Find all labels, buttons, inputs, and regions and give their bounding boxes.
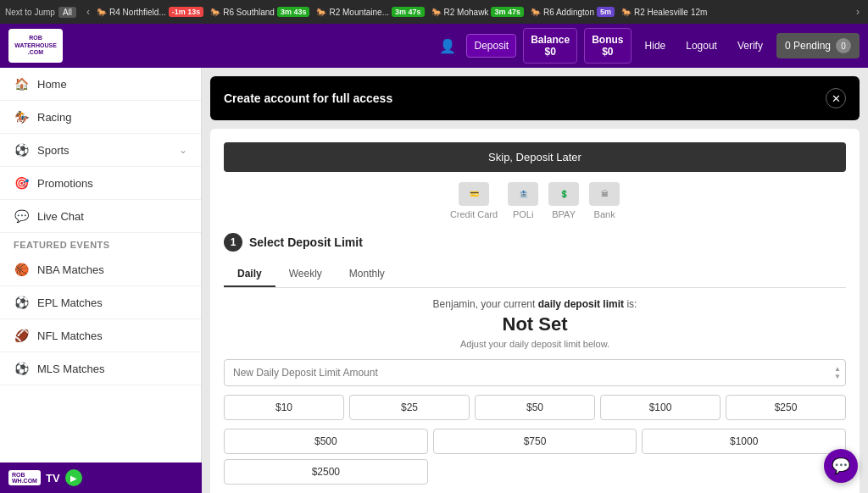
tab-daily[interactable]: Daily [224,262,275,287]
ticker-time-badge: 3m 47s [392,7,425,17]
limit-adjust-text: Adjust your daily deposit limit below. [224,339,846,349]
pending-badge: 0 Pending 0 [776,33,860,58]
sidebar: 🏠 Home 🏇 Racing ⚽ Sports ⌄🎯 Promotions 💬… [0,68,202,493]
ticker-time-badge: 5m [597,7,615,17]
ticker-time-badge: 3m 47s [491,7,524,17]
deposit-button[interactable]: Deposit [466,34,516,58]
payment-methods: 💳 Credit Card🏦 POLi💲 BPAY🏛 Bank [224,182,846,219]
tv-label: TV [46,472,60,485]
ticker-all-btn[interactable]: All [58,7,76,18]
amount-down-arrow[interactable]: ▼ [834,374,841,380]
sports-icon: ⚽ [14,142,29,158]
ticker-time: 12m [691,8,707,17]
sidebar-item-nfl[interactable]: 🏈 NFL Matches [0,319,201,352]
ticker-item[interactable]: 🐎 R2 Mohawk 3m 47s [431,7,524,17]
amount-btn-1000[interactable]: $1000 [642,429,846,454]
payment-method-label: POLi [513,209,533,219]
ticker-item[interactable]: 🐎 R4 Northfield... -1m 13s [97,7,203,17]
tab-monthly[interactable]: Monthly [336,262,398,287]
section1-number: 1 [224,233,242,252]
poli-icon: 🏦 [508,182,538,206]
payment-method-poli[interactable]: 🏦 POLi [508,182,538,219]
amount-btn-250[interactable]: $250 [726,395,846,420]
sidebar-item-label: EPL Matches [37,296,103,309]
ticker-time-badge: -1m 13s [169,7,204,17]
horse-icon: 🐎 [316,8,326,17]
chat-icon: 💬 [832,457,850,475]
ticker-items: 🐎 R4 Northfield... -1m 13s🐎 R6 Southland… [97,7,849,17]
ticker-bar: Next to Jump All ‹ 🐎 R4 Northfield... -1… [0,0,868,24]
sidebar-item-home[interactable]: 🏠 Home [0,68,201,101]
bonus-amount: $0 [602,46,613,58]
tv-play-button[interactable]: ▶ [65,469,82,486]
amount-btn-50[interactable]: $50 [475,395,595,420]
chat-bubble-button[interactable]: 💬 [824,449,858,483]
amount-up-arrow[interactable]: ▲ [834,366,841,373]
bonus-label: Bonus [592,34,623,46]
ticker-time-badge: 3m 43s [277,7,310,17]
payment-method-bank[interactable]: 🏛 Bank [589,182,620,219]
logo-text: ROBWATERHOUSE.COM [14,35,57,56]
amount-grid-row1: $10$25$50$100$250 [224,395,846,420]
ticker-race: R2 Mohawk [444,8,489,17]
ticker-prev-arrow[interactable]: ‹ [83,6,93,18]
pending-label: 0 Pending [785,40,831,52]
logo: ROBWATERHOUSE.COM [8,29,63,63]
epl-icon: ⚽ [14,295,29,310]
account-creation-panel: Create account for full access ✕ [210,76,860,120]
amount-btn-500[interactable]: $500 [224,429,428,454]
horse-icon: 🐎 [210,8,220,17]
user-icon[interactable]: 👤 [436,35,459,58]
payment-method-bpay[interactable]: 💲 BPAY [548,182,579,219]
limit-input-wrap: ▲ ▼ [224,359,846,386]
sidebar-item-racing[interactable]: 🏇 Racing [0,101,201,134]
sidebar-item-mls[interactable]: ⚽ MLS Matches [0,352,201,385]
mls-icon: ⚽ [14,361,29,376]
amount-btn-100[interactable]: $100 [600,395,721,420]
ticker-item[interactable]: 🐎 R2 Mountaine... 3m 47s [316,7,424,17]
limit-input-arrows: ▲ ▼ [834,366,841,380]
amount-btn-750[interactable]: $750 [433,429,637,454]
home-icon: 🏠 [14,76,29,91]
hide-button[interactable]: Hide [638,35,673,57]
section1-title: Select Deposit Limit [249,235,363,249]
ticker-race: R6 Southland [223,8,275,17]
horse-icon: 🐎 [531,8,541,17]
sidebar-item-promotions[interactable]: 🎯 Promotions [0,167,201,200]
ticker-item[interactable]: 🐎 R6 Southland 3m 43s [210,7,309,17]
amount-btn-10[interactable]: $10 [224,395,344,420]
payment-method-credit-card[interactable]: 💳 Credit Card [450,182,498,219]
logout-button[interactable]: Logout [679,35,724,57]
payment-method-label: Credit Card [450,209,498,219]
sidebar-item-nba[interactable]: 🏀 NBA Matches [0,253,201,286]
ticker-next-arrow[interactable]: › [853,6,863,18]
sidebar-item-live-chat[interactable]: 💬 Live Chat [0,200,201,233]
payment-method-label: Bank [594,209,615,219]
featured-events-label: Featured Events [0,233,201,253]
limit-input[interactable] [224,359,846,386]
limit-current-text: Benjamin, your current daily deposit lim… [224,298,846,310]
amount-btn-25[interactable]: $25 [349,395,470,420]
sidebar-item-sports[interactable]: ⚽ Sports ⌄ [0,134,201,167]
limit-info: Benjamin, your current daily deposit lim… [224,298,846,349]
section1-header: 1 Select Deposit Limit [224,233,846,252]
sidebar-item-label: Sports [37,144,70,157]
racing-icon: 🏇 [14,109,29,125]
bonus-button[interactable]: Bonus $0 [584,28,631,64]
nfl-icon: 🏈 [14,328,29,343]
close-panel-button[interactable]: ✕ [826,88,846,108]
ticker-item[interactable]: 🐎 R6 Addington 5m [531,7,615,17]
ticker-race: R2 Mountaine... [329,8,389,17]
sidebar-item-label: MLS Matches [37,363,104,375]
sidebar-item-epl[interactable]: ⚽ EPL Matches [0,286,201,319]
skip-deposit-button[interactable]: Skip, Deposit Later [224,142,846,172]
content-area: Create account for full access ✕ Skip, D… [202,68,868,493]
ticker-item[interactable]: 🐎 R2 Healesville 12m [621,8,707,17]
limit-value: Not Set [224,313,846,335]
balance-button[interactable]: Balance $0 [523,28,577,64]
amount-btn-2500[interactable]: $2500 [224,459,428,485]
tab-weekly[interactable]: Weekly [275,262,336,287]
ticker-race: R2 Healesville [634,8,688,17]
chevron-down-icon: ⌄ [179,144,187,156]
verify-button[interactable]: Verify [731,35,770,57]
